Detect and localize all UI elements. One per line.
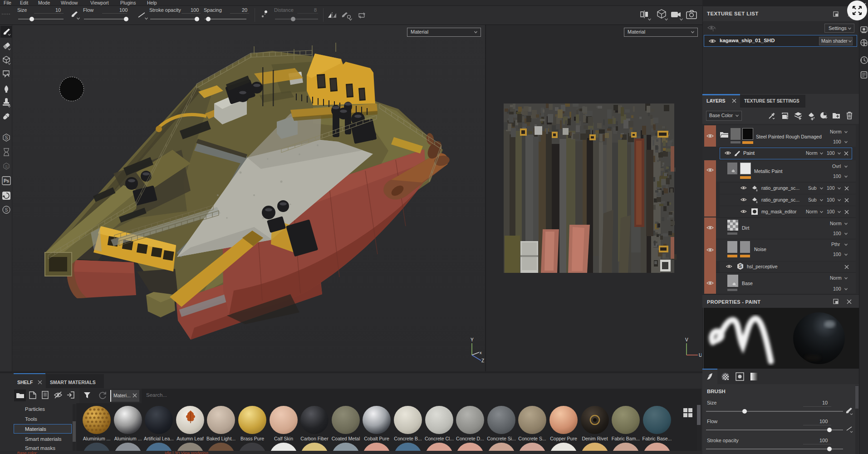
svg-text:Y: Y <box>471 337 474 342</box>
svg-text:S: S <box>739 264 742 269</box>
svg-text:U: U <box>699 353 701 358</box>
svg-text:S: S <box>5 135 8 140</box>
svg-text:Ps: Ps <box>4 178 10 183</box>
svg-text:S: S <box>5 164 8 169</box>
svg-text:x: x <box>480 350 482 355</box>
svg-text:S: S <box>5 207 8 212</box>
svg-text:Z: Z <box>481 358 484 362</box>
svg-text:V: V <box>685 337 688 342</box>
